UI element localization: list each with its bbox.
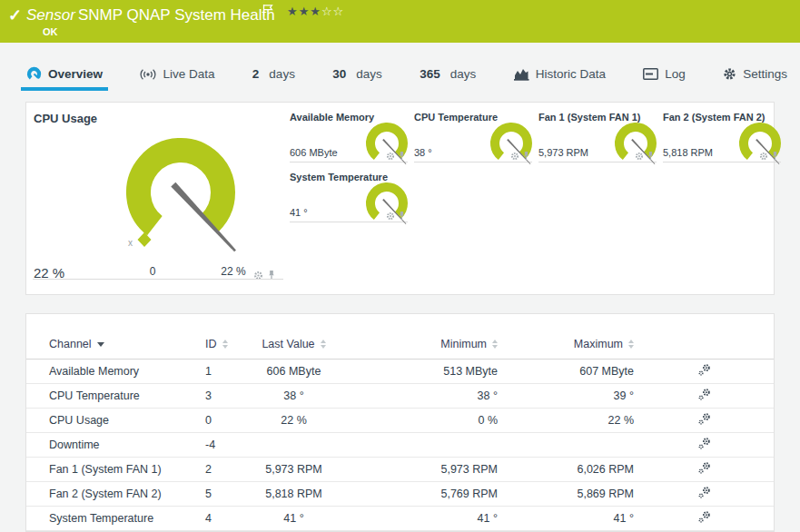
tab-number: 2: [252, 67, 260, 81]
table-row: CPU Temperature 3 38 ° 38 ° 39 °: [26, 383, 774, 408]
mini-gauge: [355, 172, 419, 235]
sort-icon: [492, 340, 498, 349]
sensor-kind-label: Sensor: [26, 6, 75, 25]
cell-maximum: 41 °: [498, 506, 634, 530]
status-badge: OK: [43, 26, 58, 37]
mini-gauge: [479, 112, 543, 175]
cell-id: 2: [205, 457, 246, 481]
stars-filled: ★★★: [287, 5, 321, 18]
gauge-title: CPU Usage: [34, 112, 97, 125]
gauge-tile-fan-1[interactable]: Fan 1 (System FAN 1) 5,973 RPM: [538, 110, 657, 163]
mini-gauge: [604, 112, 667, 175]
cell-maximum: 5,869 RPM: [498, 481, 634, 506]
table-row: Fan 1 (System FAN 1) 2 5,973 RPM 5,973 R…: [26, 457, 774, 481]
area-chart-icon: [514, 68, 529, 81]
cell-last-value: 606 MByte: [246, 359, 373, 383]
cell-id: 4: [205, 506, 246, 530]
pin-icon[interactable]: [398, 151, 406, 161]
flag-icon[interactable]: [262, 4, 273, 21]
cell-minimum: 41 °: [373, 506, 498, 530]
gauge-tile-system-temperature[interactable]: System Temperature 41 °: [290, 170, 408, 222]
tab-number: 365: [420, 67, 440, 81]
tab-30-days[interactable]: 30 days: [327, 57, 388, 91]
pin-icon[interactable]: [771, 151, 779, 161]
edit-channel-gears-icon[interactable]: [697, 440, 711, 453]
header-edit: [634, 314, 774, 359]
header-minimum[interactable]: Minimum: [373, 314, 498, 359]
table-row: Downtime -4: [26, 432, 774, 457]
header-id[interactable]: ID: [205, 314, 246, 359]
cell-minimum: [373, 432, 498, 457]
tab-label: Overview: [48, 67, 103, 81]
gauge-tile-available-memory[interactable]: Available Memory 606 MByte: [290, 110, 408, 163]
gear-icon[interactable]: [510, 152, 519, 161]
edit-channel-gears-icon[interactable]: [697, 416, 711, 429]
cell-channel: Fan 1 (System FAN 1): [26, 457, 205, 481]
tab-label: Settings: [743, 67, 787, 81]
tab-historic-data[interactable]: Historic Data: [509, 57, 611, 91]
cell-maximum: 6,026 RPM: [498, 457, 634, 481]
gauge-scale-max: 22 %: [213, 265, 253, 278]
cell-channel: CPU Temperature: [26, 383, 205, 408]
gauges-panel: CPU Usage x 22 % 0 22 % Available Memory: [25, 102, 775, 295]
cell-id: 3: [205, 383, 246, 408]
mini-gauge: [728, 112, 792, 175]
cell-channel: Fan 2 (System FAN 2): [26, 481, 205, 506]
pin-icon[interactable]: [647, 151, 655, 161]
gauge-value: 41 °: [290, 207, 308, 218]
edit-channel-gears-icon[interactable]: [697, 391, 711, 404]
log-icon: [643, 68, 658, 80]
gauge-tile-fan-2[interactable]: Fan 2 (System FAN 2) 5,818 RPM: [663, 110, 781, 163]
cell-id: 0: [205, 408, 246, 432]
tab-365-days[interactable]: 365 days: [414, 57, 481, 91]
axis-toggle[interactable]: x: [128, 238, 133, 248]
channels-panel: Channel ID Last Value Minimum Maximum Av…: [25, 313, 775, 532]
header-channel[interactable]: Channel: [26, 314, 205, 359]
cell-id: -4: [205, 432, 246, 457]
cell-last-value: 22 %: [246, 408, 373, 432]
edit-channel-gears-icon[interactable]: [697, 465, 711, 478]
tab-settings[interactable]: Settings: [717, 57, 793, 91]
edit-channel-gears-icon[interactable]: [697, 367, 711, 379]
sort-icon: [628, 340, 634, 349]
sort-desc-icon: [97, 342, 104, 347]
pin-icon[interactable]: [522, 151, 530, 161]
tab-label: Log: [665, 67, 686, 81]
header-last-value[interactable]: Last Value: [246, 314, 373, 359]
gear-icon[interactable]: [759, 152, 768, 161]
gauge-value: 5,973 RPM: [538, 147, 588, 158]
cell-maximum: 39 °: [498, 383, 634, 408]
cell-last-value: [246, 432, 373, 457]
edit-channel-gears-icon[interactable]: [697, 514, 711, 527]
tab-bar: Overview Live Data 2 days 30 days 365 da…: [0, 57, 800, 91]
live-icon: [140, 68, 156, 81]
gauge-value: 38 °: [414, 147, 432, 158]
cell-maximum: 607 MByte: [498, 359, 634, 383]
table-row: CPU Usage 0 22 % 0 % 22 %: [26, 408, 774, 432]
gear-icon[interactable]: [386, 152, 395, 161]
sort-icon: [222, 340, 228, 349]
tab-2-days[interactable]: 2 days: [247, 57, 301, 91]
edit-channel-gears-icon[interactable]: [697, 489, 711, 502]
sensor-header: ✓ Sensor SNMP QNAP System Health ★★★☆☆ O…: [0, 0, 800, 43]
tab-label: Historic Data: [536, 67, 606, 81]
cell-minimum: 5,973 RPM: [373, 457, 498, 481]
cell-maximum: 22 %: [498, 408, 634, 432]
gear-icon[interactable]: [635, 152, 644, 161]
tab-live-data[interactable]: Live Data: [134, 57, 220, 91]
cell-minimum: 513 MByte: [373, 359, 498, 383]
header-maximum[interactable]: Maximum: [498, 314, 634, 359]
gauge-value: 5,818 RPM: [663, 147, 713, 158]
pin-icon[interactable]: [398, 211, 406, 221]
gear-icon[interactable]: [386, 212, 395, 221]
priority-stars[interactable]: ★★★☆☆: [287, 5, 344, 18]
tab-label: days: [269, 67, 295, 81]
tab-overview[interactable]: Overview: [21, 57, 108, 91]
stars-empty: ☆☆: [321, 5, 344, 18]
gauge-tile-cpu-temperature[interactable]: CPU Temperature 38 °: [414, 110, 532, 163]
mini-gauge: [355, 112, 419, 175]
cell-id: 1: [205, 359, 246, 383]
cell-minimum: 0 %: [373, 408, 498, 432]
cell-last-value: 38 °: [246, 383, 373, 408]
tab-log[interactable]: Log: [637, 57, 691, 91]
